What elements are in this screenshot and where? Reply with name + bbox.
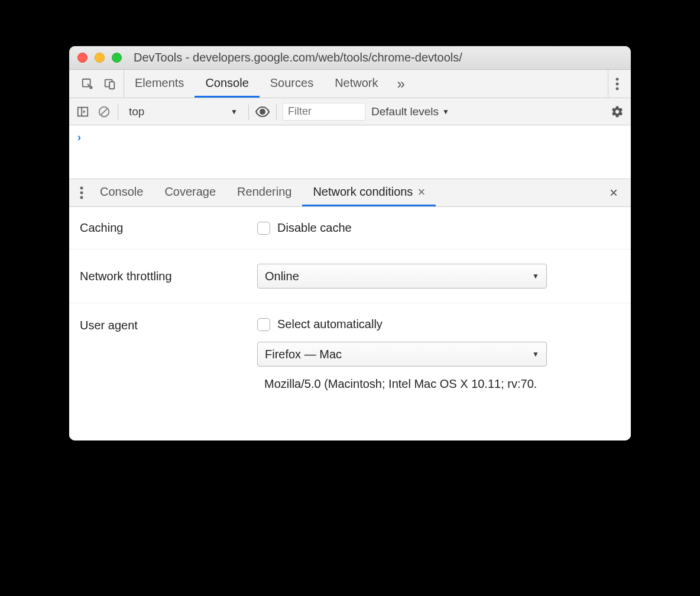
console-toolbar: top ▼ Default levels ▼ — [69, 98, 631, 125]
log-levels-selector[interactable]: Default levels ▼ — [371, 105, 449, 118]
tab-elements[interactable]: Elements — [124, 70, 195, 98]
main-menu-button[interactable] — [608, 70, 626, 98]
svg-point-12 — [80, 192, 83, 195]
more-tabs-button[interactable]: » — [389, 70, 413, 98]
console-body[interactable]: › — [69, 125, 631, 179]
main-tabs: Elements Console Sources Network » — [124, 70, 608, 98]
divider — [276, 103, 277, 120]
drawer-tab-rendering[interactable]: Rendering — [226, 179, 302, 206]
svg-point-5 — [616, 87, 619, 90]
tab-label: Network conditions — [313, 185, 413, 199]
tab-console[interactable]: Console — [195, 70, 259, 98]
caret-down-icon: ▼ — [532, 350, 539, 358]
chevron-double-right-icon: » — [397, 76, 405, 92]
drawer-tab-console[interactable]: Console — [89, 179, 154, 206]
console-settings-icon[interactable] — [610, 104, 625, 119]
traffic-lights — [77, 53, 122, 63]
svg-point-10 — [260, 109, 265, 115]
tab-label: Rendering — [237, 185, 291, 199]
devtools-window: DevTools - developers.google.com/web/too… — [69, 46, 631, 440]
drawer-menu-button[interactable] — [74, 179, 89, 206]
svg-point-11 — [80, 187, 83, 190]
ua-auto-checkbox[interactable] — [257, 318, 270, 331]
inspect-element-icon[interactable] — [80, 76, 95, 92]
svg-rect-2 — [109, 82, 114, 89]
close-tab-icon[interactable]: × — [417, 184, 425, 200]
context-selector[interactable]: top ▼ — [124, 103, 242, 121]
titlebar: DevTools - developers.google.com/web/too… — [69, 46, 631, 70]
minimize-window-button[interactable] — [95, 53, 105, 63]
drawer-tab-coverage[interactable]: Coverage — [154, 179, 226, 206]
caret-down-icon: ▼ — [532, 272, 539, 280]
network-conditions-panel: Caching Disable cache Network throttling… — [69, 207, 631, 440]
close-drawer-button[interactable]: × — [601, 179, 626, 206]
kebab-icon — [615, 77, 619, 90]
caret-down-icon: ▼ — [442, 108, 449, 116]
tab-label: Console — [100, 185, 143, 199]
user-agent-string: Mozilla/5.0 (Macintosh; Intel Mac OS X 1… — [257, 377, 620, 391]
window-title: DevTools - developers.google.com/web/too… — [131, 51, 623, 64]
tab-label: Elements — [135, 76, 184, 90]
throttling-label: Network throttling — [80, 270, 257, 283]
drawer-tabs: Console Coverage Rendering Network condi… — [69, 179, 631, 207]
tab-network[interactable]: Network — [324, 70, 388, 98]
user-agent-value: Firefox — Mac — [265, 348, 342, 361]
divider — [248, 103, 249, 120]
tab-label: Coverage — [164, 185, 216, 199]
svg-rect-6 — [78, 107, 88, 116]
toolbar-icon-group — [74, 70, 124, 98]
throttling-row: Network throttling Online ▼ — [69, 250, 631, 303]
divider — [118, 103, 118, 120]
svg-point-3 — [616, 77, 619, 80]
ua-auto-label: Select automatically — [277, 318, 383, 331]
main-toolbar: Elements Console Sources Network » — [69, 70, 631, 98]
console-prompt-icon: › — [77, 131, 81, 143]
levels-label: Default levels — [371, 105, 439, 118]
throttling-select[interactable]: Online ▼ — [257, 264, 547, 289]
caching-label: Caching — [80, 221, 257, 235]
svg-point-13 — [80, 196, 83, 199]
tab-label: Sources — [270, 76, 313, 90]
toggle-sidebar-icon[interactable] — [75, 104, 90, 119]
svg-point-4 — [616, 82, 619, 85]
disable-cache-label: Disable cache — [277, 221, 352, 235]
maximize-window-button[interactable] — [112, 53, 122, 63]
caret-down-icon: ▼ — [231, 108, 238, 116]
close-icon: × — [610, 184, 618, 201]
tab-label: Network — [335, 76, 378, 90]
clear-console-icon[interactable] — [96, 104, 112, 119]
throttling-value: Online — [265, 270, 299, 283]
disable-cache-checkbox[interactable] — [257, 222, 270, 235]
device-toggle-icon[interactable] — [102, 76, 118, 92]
drawer-tab-network-conditions[interactable]: Network conditions × — [302, 179, 436, 206]
live-expression-icon[interactable] — [255, 104, 270, 119]
ua-auto-control: Select automatically — [257, 318, 620, 331]
user-agent-select[interactable]: Firefox — Mac ▼ — [257, 342, 547, 367]
user-agent-label: User agent — [80, 318, 257, 332]
caching-row: Caching Disable cache — [69, 207, 631, 250]
tab-label: Console — [205, 76, 248, 90]
close-window-button[interactable] — [77, 53, 88, 63]
disable-cache-control: Disable cache — [257, 221, 620, 235]
tab-sources[interactable]: Sources — [260, 70, 324, 98]
filter-input[interactable] — [283, 103, 365, 121]
svg-line-9 — [101, 108, 108, 115]
user-agent-row: User agent Select automatically Firefox … — [69, 303, 631, 405]
context-value: top — [129, 105, 144, 118]
